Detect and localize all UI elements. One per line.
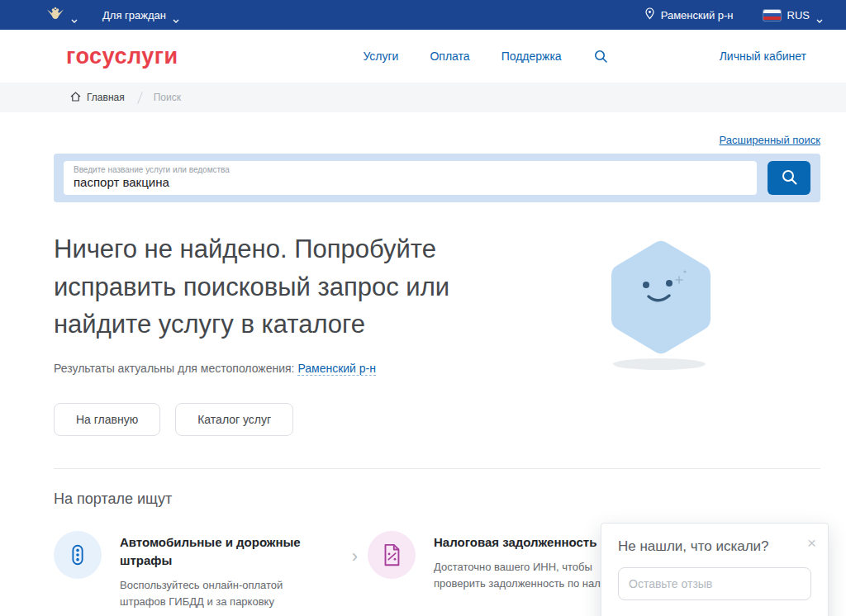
nav-item-payment[interactable]: Оплата — [430, 50, 469, 63]
page: { "topbar": { "audience_label": "Для гра… — [0, 0, 846, 616]
audience-label: Для граждан — [102, 9, 166, 21]
catalog-button[interactable]: Каталог услуг — [175, 403, 293, 436]
breadcrumb: Главная Поиск — [0, 83, 846, 112]
location-selector[interactable]: Раменский р-н — [645, 7, 734, 22]
location-note-text: Результаты актуальны для местоположения: — [54, 362, 294, 375]
language-label: RUS — [787, 9, 810, 21]
coat-of-arms-icon — [46, 7, 64, 23]
chevron-right-icon[interactable]: › — [352, 546, 358, 567]
chevron-down-icon — [173, 13, 179, 17]
language-selector[interactable]: RUS — [763, 9, 823, 21]
account-link[interactable]: Личный кабинет — [720, 50, 806, 63]
card-description: Достаточно вашего ИНН, чтобы проверить з… — [434, 559, 615, 592]
advanced-search-row: Расширенный поиск — [54, 134, 820, 147]
advanced-search-link[interactable]: Расширенный поиск — [720, 134, 820, 146]
location-label: Раменский р-н — [661, 9, 734, 21]
mascot-illustration — [599, 234, 723, 376]
card-title: Автомобильные и дорожные штрафы — [120, 533, 306, 570]
chevron-down-icon — [816, 13, 823, 17]
breadcrumb-home-label: Главная — [87, 92, 125, 103]
breadcrumb-separator — [137, 92, 143, 103]
home-icon — [70, 92, 81, 104]
search-field-label: Введите название услуги или ведомства — [74, 165, 747, 175]
main-nav: Услуги Оплата Поддержка — [363, 49, 607, 64]
audience-selector[interactable]: Для граждан — [102, 9, 179, 21]
location-note-link[interactable]: Раменский р-н — [297, 362, 376, 376]
flag-rus-icon — [763, 10, 781, 21]
topbar: Для граждан Раменский р-н RUS — [0, 0, 846, 30]
action-buttons: На главную Каталог услуг — [54, 403, 820, 436]
card-text: Налоговая задолженность Достаточно вашег… — [434, 531, 615, 610]
result-area: Ничего не найдено. Попробуйте исправить … — [54, 230, 820, 437]
header: госуслуги Услуги Оплата Поддержка Личный… — [0, 30, 846, 83]
feedback-input[interactable] — [618, 567, 811, 600]
home-button[interactable]: На главную — [54, 403, 160, 436]
card-description: Воспользуйтесь онлайн-оплатой штрафов ГИ… — [120, 577, 302, 610]
location-pin-icon — [645, 7, 654, 22]
popular-card-fines[interactable]: Автомобильные и дорожные штрафы Воспольз… — [54, 531, 368, 610]
traffic-light-icon — [54, 531, 102, 579]
search-submit-button[interactable] — [768, 161, 810, 195]
breadcrumb-home[interactable]: Главная — [70, 92, 125, 104]
card-text: Автомобильные и дорожные штрафы Воспольз… — [120, 531, 306, 610]
close-icon[interactable]: × — [807, 535, 816, 551]
breadcrumb-current: Поиск — [154, 92, 181, 103]
nav-item-services[interactable]: Услуги — [363, 50, 398, 63]
search-icon — [781, 168, 798, 188]
feedback-title: Не нашли, что искали? — [618, 538, 811, 555]
tax-document-icon — [368, 531, 416, 579]
logo[interactable]: госуслуги — [66, 44, 178, 69]
chevron-down-icon — [71, 13, 78, 17]
no-results-headline: Ничего не найдено. Попробуйте исправить … — [54, 230, 533, 344]
search-input[interactable] — [74, 175, 747, 189]
search-icon[interactable] — [593, 49, 608, 64]
popular-section-title: На портале ищут — [54, 490, 820, 508]
card-title: Налоговая задолженность — [434, 533, 615, 552]
emblem-dropdown[interactable] — [46, 7, 78, 23]
section-divider — [54, 468, 820, 469]
search-field[interactable]: Введите название услуги или ведомства — [64, 161, 757, 195]
search-panel: Введите название услуги или ведомства — [54, 154, 820, 202]
nav-item-support[interactable]: Поддержка — [501, 50, 562, 63]
feedback-widget: Не нашли, что искали? × — [601, 523, 829, 616]
